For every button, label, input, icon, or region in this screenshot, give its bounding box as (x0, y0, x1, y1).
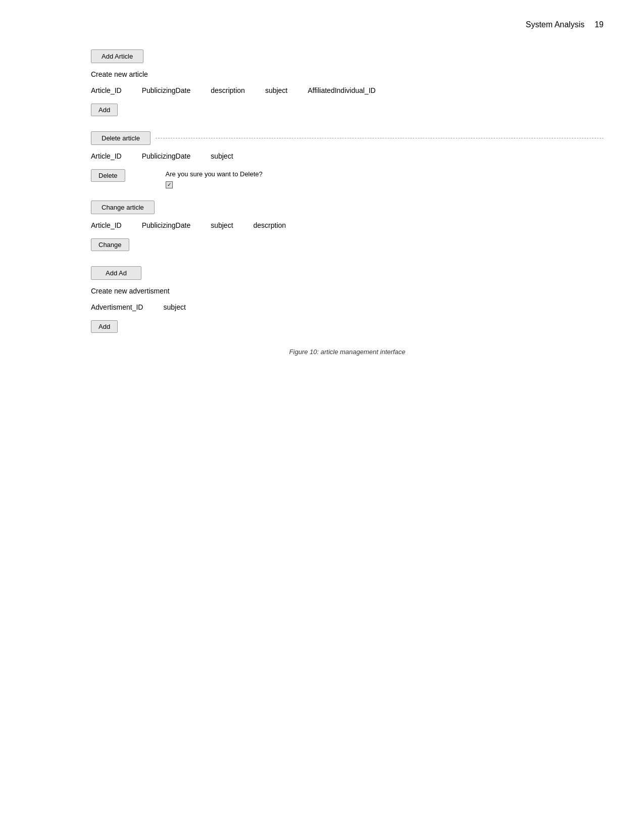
delete-article-section: Delete article Article_ID PublicizingDat… (91, 131, 604, 188)
field-advertisment-id: Advertisment_ID (91, 303, 143, 311)
change-article-button[interactable]: Change article (91, 201, 155, 214)
change-article-section: Change article Article_ID PublicizingDat… (91, 201, 604, 251)
add-ad-subtitle: Create new advertisment (91, 287, 604, 295)
add-article-button-row: Add Article (91, 50, 604, 63)
delete-action-row: Delete Are you sure you want to Delete? … (91, 169, 604, 188)
add-ad-button-row: Add Ad (91, 266, 604, 280)
add-article-button[interactable]: Add Article (91, 50, 143, 63)
delete-article-fields: Article_ID PublicizingDate subject (91, 152, 604, 160)
content-area: Add Article Create new article Article_I… (0, 39, 644, 376)
field-descrption: descrption (254, 221, 286, 229)
field-affiliated-id-1: AffiliatedIndividual_ID (308, 86, 375, 94)
add-ad-section: Add Ad Create new advertisment Advertism… (91, 266, 604, 333)
field-subject-4: subject (163, 303, 185, 311)
add-action-row-2: Add (91, 320, 604, 333)
checkbox-row: ✓ (166, 181, 263, 188)
delete-divider-row: Delete article (91, 131, 604, 145)
field-publicizing-date-1: PublicizingDate (142, 86, 191, 94)
field-subject-2: subject (211, 152, 233, 160)
add-button-1[interactable]: Add (91, 104, 118, 116)
add-ad-button[interactable]: Add Ad (91, 266, 141, 280)
page-number: 19 (595, 20, 604, 29)
add-action-row-1: Add (91, 104, 604, 116)
confirm-checkbox[interactable]: ✓ (166, 181, 173, 188)
add-button-2[interactable]: Add (91, 320, 118, 333)
dashed-divider (156, 138, 604, 138)
add-article-fields: Article_ID PublicizingDate description s… (91, 86, 604, 94)
change-button[interactable]: Change (91, 238, 129, 251)
change-article-button-row: Change article (91, 201, 604, 214)
page-header: System Analysis 19 (0, 0, 644, 39)
field-article-id-3: Article_ID (91, 221, 122, 229)
field-subject-1: subject (265, 86, 287, 94)
field-subject-3: subject (211, 221, 233, 229)
change-action-row: Change (91, 238, 604, 251)
add-article-subtitle: Create new article (91, 70, 604, 78)
confirm-area: Are you sure you want to Delete? ✓ (166, 169, 263, 188)
confirm-text: Are you sure you want to Delete? (166, 169, 263, 179)
field-article-id-1: Article_ID (91, 86, 122, 94)
field-publicizing-date-2: PublicizingDate (142, 152, 191, 160)
page-title: System Analysis (526, 20, 584, 29)
figure-caption: Figure 10: article management interface (91, 348, 604, 356)
add-ad-fields: Advertisment_ID subject (91, 303, 604, 311)
delete-button[interactable]: Delete (91, 169, 125, 182)
field-description-1: description (211, 86, 245, 94)
field-article-id-2: Article_ID (91, 152, 122, 160)
change-article-fields: Article_ID PublicizingDate subject descr… (91, 221, 604, 229)
field-publicizing-date-3: PublicizingDate (142, 221, 191, 229)
add-article-section: Add Article Create new article Article_I… (91, 50, 604, 116)
delete-article-button[interactable]: Delete article (91, 131, 151, 145)
